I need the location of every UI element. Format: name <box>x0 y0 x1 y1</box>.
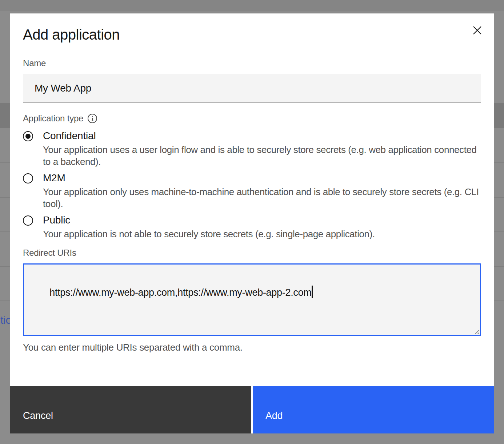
radio-description: Your application is not able to securely… <box>43 228 481 240</box>
radio-label: Confidential <box>43 130 96 142</box>
radio-button-public <box>23 215 33 226</box>
radio-description: Your application only uses machine-to-ma… <box>43 186 481 210</box>
textarea-resize-handle[interactable] <box>473 328 479 334</box>
redirect-uris-textarea[interactable]: https://www.my-web-app.com,https://www.m… <box>23 263 481 336</box>
info-icon[interactable]: i <box>88 114 97 123</box>
radio-label: Public <box>43 214 70 226</box>
radio-option-confidential[interactable]: Confidential Your application uses a use… <box>23 130 481 168</box>
radio-option-m2m[interactable]: M2M Your application only uses machine-t… <box>23 172 481 210</box>
radio-button-confidential <box>23 131 33 141</box>
radio-option-public[interactable]: Public Your application is not able to s… <box>23 214 481 240</box>
redirect-uris-helper-text: You can enter multiple URIs separated wi… <box>23 342 481 353</box>
modal-title: Add application <box>23 13 481 43</box>
modal-footer: Cancel Add <box>10 386 494 433</box>
application-type-label: Application type <box>23 113 83 124</box>
cancel-button[interactable]: Cancel <box>10 386 251 433</box>
application-type-radio-group: Confidential Your application uses a use… <box>23 130 481 240</box>
radio-description: Your application uses a user login flow … <box>43 144 481 168</box>
name-input[interactable] <box>23 74 481 103</box>
radio-label: M2M <box>43 172 65 184</box>
redirect-uris-value: https://www.my-web-app.com,https://www.m… <box>49 287 311 298</box>
text-cursor <box>312 286 313 298</box>
background-top-bar <box>0 0 504 11</box>
radio-button-m2m <box>23 173 33 183</box>
add-button[interactable]: Add <box>253 386 494 433</box>
add-application-modal: Add application Name Application type i … <box>10 13 494 433</box>
name-field-label: Name <box>23 58 481 68</box>
redirect-uris-label: Redirect URIs <box>23 248 481 258</box>
